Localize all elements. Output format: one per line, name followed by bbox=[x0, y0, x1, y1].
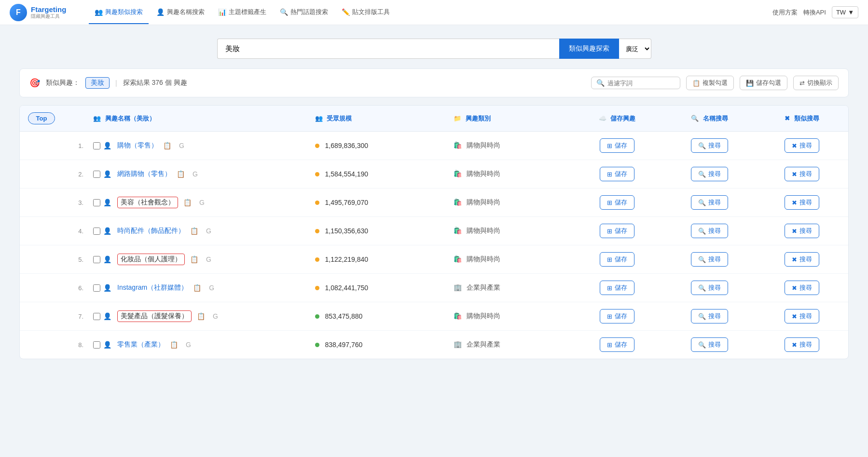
google-button[interactable]: G bbox=[190, 169, 200, 179]
similar-search-button-row[interactable]: ✖ 搜尋 bbox=[785, 138, 819, 153]
row-checkbox[interactable] bbox=[93, 228, 100, 235]
save-button-row[interactable]: ⊞ 儲存 bbox=[600, 281, 634, 295]
copy-button[interactable]: 📋 bbox=[181, 198, 194, 207]
name-search-btn-icon: 🔍 bbox=[698, 313, 706, 320]
audience-dot bbox=[315, 314, 319, 319]
nav-plan-link[interactable]: 使用方案 bbox=[772, 8, 798, 17]
save-selection-button[interactable]: 💾 儲存勾選 bbox=[740, 76, 787, 90]
copy-button[interactable]: 📋 bbox=[174, 169, 187, 179]
nav-region-selector[interactable]: TW ▼ bbox=[832, 6, 858, 18]
copy-selection-button[interactable]: 📋 複製勾選 bbox=[686, 76, 734, 90]
row-checkbox[interactable] bbox=[93, 341, 100, 349]
name-search-button-row[interactable]: 🔍 搜尋 bbox=[691, 337, 728, 352]
name-search-btn-icon: 🔍 bbox=[698, 228, 706, 235]
category-text: 企業與產業 bbox=[467, 340, 500, 348]
toggle-display-button[interactable]: ⇄ 切換顯示 bbox=[793, 76, 839, 90]
similar-search-button-row[interactable]: ✖ 搜尋 bbox=[785, 252, 819, 267]
user-icon: 👤 bbox=[103, 255, 111, 263]
audience-num: 838,497,760 bbox=[325, 341, 362, 349]
name-search-button-row[interactable]: 🔍 搜尋 bbox=[691, 138, 728, 153]
save-header-icon: ☁️ bbox=[599, 115, 606, 122]
table-row: 1. 👤 購物（零售） 📋 G 1,689,836,300 🛍️ 購物與時尚 ⊞… bbox=[20, 132, 848, 160]
audience-num: 1,150,356,630 bbox=[325, 227, 368, 235]
save-button-row[interactable]: ⊞ 儲存 bbox=[600, 138, 634, 153]
similar-search-button-row[interactable]: ✖ 搜尋 bbox=[785, 195, 819, 210]
save-button-row[interactable]: ⊞ 儲存 bbox=[600, 167, 634, 181]
name-search-cell: 🔍 搜尋 bbox=[663, 331, 756, 359]
name-search-button-row[interactable]: 🔍 搜尋 bbox=[691, 167, 728, 181]
save-button-row[interactable]: ⊞ 儲存 bbox=[600, 309, 634, 323]
row-checkbox[interactable] bbox=[93, 313, 100, 320]
google-button[interactable]: G bbox=[204, 255, 214, 264]
nav-item-post-tool[interactable]: ✏️ 貼文排版工具 bbox=[336, 1, 396, 24]
filter-search-input[interactable] bbox=[607, 80, 675, 87]
google-button[interactable]: G bbox=[197, 198, 207, 207]
nav-api-link[interactable]: 轉換API bbox=[803, 8, 826, 17]
google-button[interactable]: G bbox=[210, 311, 220, 321]
name-cell: 👤 時尚配件（飾品配件） 📋 G bbox=[87, 217, 309, 245]
similar-search-button-row[interactable]: ✖ 搜尋 bbox=[785, 309, 819, 323]
save-btn-label: 儲存 bbox=[615, 141, 627, 150]
category-icon: 🛍️ bbox=[454, 198, 462, 206]
nav-item-hot-topic[interactable]: 🔍 熱門話題搜索 bbox=[274, 1, 334, 24]
name-search-cell: 🔍 搜尋 bbox=[663, 245, 756, 274]
copy-button[interactable]: 📋 bbox=[161, 141, 174, 150]
search-input[interactable] bbox=[217, 39, 559, 59]
people-icon: 👥 bbox=[95, 8, 103, 16]
row-checkbox[interactable] bbox=[93, 171, 100, 178]
search-mode-select[interactable]: 廣泛 精確 bbox=[619, 39, 651, 59]
similar-search-btn-label: 搜尋 bbox=[799, 141, 812, 150]
save-button-row[interactable]: ⊞ 儲存 bbox=[600, 224, 634, 238]
top-cell bbox=[20, 274, 63, 302]
name-search-btn-label: 搜尋 bbox=[708, 283, 721, 292]
similar-search-button-row[interactable]: ✖ 搜尋 bbox=[785, 337, 819, 352]
save-btn-icon: ⊞ bbox=[607, 199, 612, 206]
google-button[interactable]: G bbox=[207, 283, 217, 293]
search-button[interactable]: 類似興趣探索 bbox=[559, 39, 619, 59]
name-search-button-row[interactable]: 🔍 搜尋 bbox=[691, 195, 728, 210]
google-button[interactable]: G bbox=[183, 340, 193, 349]
name-search-btn-label: 搜尋 bbox=[708, 340, 721, 349]
save-btn-label: 儲存 bbox=[615, 312, 627, 321]
category-text: 購物與時尚 bbox=[467, 255, 500, 263]
copy-button[interactable]: 📋 bbox=[194, 311, 207, 321]
row-checkbox[interactable] bbox=[93, 199, 100, 206]
row-checkbox[interactable] bbox=[93, 256, 100, 263]
google-button[interactable]: G bbox=[177, 141, 187, 150]
name-search-button-row[interactable]: 🔍 搜尋 bbox=[691, 224, 728, 238]
name-search-button-row[interactable]: 🔍 搜尋 bbox=[691, 252, 728, 267]
audience-cell: 1,122,219,840 bbox=[309, 245, 448, 274]
copy-button[interactable]: 📋 bbox=[188, 255, 201, 264]
name-search-header-icon: 🔍 bbox=[691, 115, 699, 122]
similar-search-button-row[interactable]: ✖ 搜尋 bbox=[785, 167, 819, 181]
row-checkbox[interactable] bbox=[93, 142, 100, 149]
chevron-down-icon: ▼ bbox=[848, 9, 854, 16]
nav-item-similar-search[interactable]: 👥 興趣類似搜索 bbox=[89, 1, 149, 24]
row-checkbox[interactable] bbox=[93, 284, 100, 292]
edit-icon: ✏️ bbox=[342, 8, 350, 16]
user-icon: 👤 bbox=[103, 227, 111, 235]
th-name[interactable]: 👥 興趣名稱（美妝） bbox=[87, 106, 309, 132]
name-cell: 👤 Instagram（社群媒體） 📋 G bbox=[87, 274, 309, 302]
name-search-button-row[interactable]: 🔍 搜尋 bbox=[691, 309, 728, 323]
th-audience[interactable]: 👥 受眾規模 bbox=[309, 106, 448, 132]
table-body: 1. 👤 購物（零售） 📋 G 1,689,836,300 🛍️ 購物與時尚 ⊞… bbox=[20, 132, 848, 359]
name-search-cell: 🔍 搜尋 bbox=[663, 160, 756, 188]
similar-search-button-row[interactable]: ✖ 搜尋 bbox=[785, 224, 819, 238]
copy-button[interactable]: 📋 bbox=[188, 226, 201, 236]
name-search-button-row[interactable]: 🔍 搜尋 bbox=[691, 281, 728, 295]
nav-item-topic-tag[interactable]: 📊 主題標籤產生 bbox=[212, 1, 272, 24]
save-button-row[interactable]: ⊞ 儲存 bbox=[600, 252, 634, 267]
category-icon: 🛍️ bbox=[454, 227, 462, 234]
google-button[interactable]: G bbox=[204, 226, 214, 236]
th-category[interactable]: 📁 興趣類別 bbox=[448, 106, 571, 132]
nav-item-name-search[interactable]: 👤 興趣名稱搜索 bbox=[151, 1, 210, 24]
interest-name: 美容（社會觀念） bbox=[117, 197, 178, 208]
search-button-label: 類似興趣探索 bbox=[569, 44, 609, 52]
category-icon: 🏢 bbox=[454, 340, 462, 348]
save-button-row[interactable]: ⊞ 儲存 bbox=[600, 337, 634, 352]
save-button-row[interactable]: ⊞ 儲存 bbox=[600, 195, 634, 210]
similar-search-button-row[interactable]: ✖ 搜尋 bbox=[785, 281, 819, 295]
copy-button[interactable]: 📋 bbox=[191, 283, 204, 293]
copy-button[interactable]: 📋 bbox=[167, 340, 180, 349]
